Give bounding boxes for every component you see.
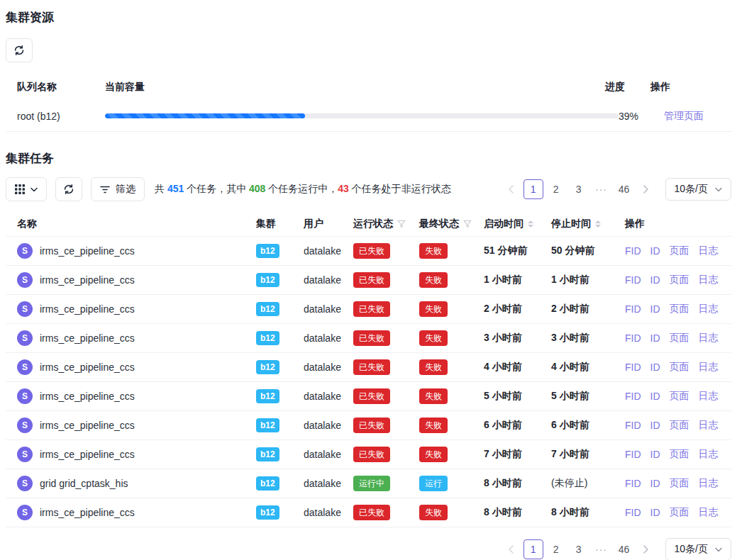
pagination-page-46[interactable]: 46 [614,179,634,199]
row-action-link[interactable]: 日志 [699,419,719,432]
row-action-link[interactable]: 日志 [699,448,719,461]
columns-button[interactable] [6,177,47,201]
row-action-link[interactable]: 日志 [699,332,719,345]
pagination-prev[interactable] [502,539,521,559]
row-action-link[interactable]: FID [625,420,641,431]
table-row: S irms_ce_pipeline_ccs b12 datalake 已失败 … [6,411,731,440]
run-status-badge: 已失败 [353,272,390,288]
row-action-link[interactable]: ID [650,274,660,286]
row-action-link[interactable]: ID [650,507,660,518]
row-action-link[interactable]: FID [625,507,641,518]
start-time: 8 小时前 [484,477,551,490]
final-status-badge: 失败 [419,388,448,404]
grid-icon [15,184,25,194]
row-action-link[interactable]: 日志 [699,477,719,490]
table-row: S irms_ce_pipeline_ccs b12 datalake 已失败 … [6,266,731,295]
row-action-link[interactable]: 日志 [699,303,719,315]
resources-title: 集群资源 [6,0,731,25]
chevron-down-icon [715,547,722,552]
stop-time: 3 小时前 [551,332,625,345]
page-size-select[interactable]: 10条/页 [665,178,731,201]
row-action-link[interactable]: 页面 [670,477,689,490]
row-action-link[interactable]: ID [650,449,660,460]
page-size-select[interactable]: 10条/页 [665,538,731,560]
row-action-link[interactable]: FID [625,245,641,257]
row-action-link[interactable]: 日志 [699,390,719,403]
row-action-link[interactable]: 页面 [670,361,689,374]
user-name: datalake [304,420,353,431]
task-summary: 共 451 个任务，其中 408 个任务运行中，43 个任务处于非运行状态 [155,183,451,196]
row-action-link[interactable]: 日志 [699,274,719,286]
row-action-link[interactable]: FID [625,332,641,344]
pagination-page-3[interactable]: 3 [569,539,589,559]
row-action-link[interactable]: 日志 [699,506,719,519]
row-action-link[interactable]: ID [650,478,660,489]
row-action-link[interactable]: FID [625,274,641,286]
row-action-link[interactable]: FID [625,303,641,315]
row-action-link[interactable]: 页面 [670,419,689,432]
run-status-badge: 已失败 [353,388,390,404]
row-action-link[interactable]: 页面 [670,274,689,286]
row-action-link[interactable]: 日志 [699,361,719,374]
run-status-badge: 已失败 [353,330,390,346]
task-name: irms_ce_pipeline_ccs [40,507,135,518]
refresh-icon [63,184,74,195]
col-cluster: 集群 [256,218,304,230]
summary-text: 个任务，其中 [184,183,249,194]
user-name: datalake [304,507,353,518]
pagination: 123···46 [502,179,655,199]
capacity-progress-bar [105,113,619,118]
pagination-page-1[interactable]: 1 [523,539,543,559]
row-actions: FIDID页面日志 [625,332,731,345]
row-action-link[interactable]: ID [650,420,660,431]
stop-time: 8 小时前 [551,506,625,519]
tasks-table-body: S irms_ce_pipeline_ccs b12 datalake 已失败 … [6,237,731,527]
row-action-link[interactable]: ID [650,362,660,373]
bottom-pagination-bar: 123···46 10条/页 [6,538,731,560]
row-action-link[interactable]: ID [650,303,660,315]
row-action-link[interactable]: 页面 [670,245,689,257]
row-action-link[interactable]: 页面 [670,332,689,345]
pagination-next[interactable] [637,179,655,199]
pagination-page-2[interactable]: 2 [546,539,566,559]
start-time: 2 小时前 [484,303,551,315]
final-status-badge: 失败 [419,447,448,462]
resources-refresh-button[interactable] [6,38,33,62]
row-action-link[interactable]: FID [625,478,641,489]
row-action-link[interactable]: 日志 [699,245,719,257]
user-name: datalake [304,391,353,402]
funnel-filter-icon[interactable] [397,220,406,228]
row-action-link[interactable]: ID [650,332,660,344]
manage-page-link[interactable]: 管理页面 [664,110,704,121]
row-action-link[interactable]: FID [625,362,641,373]
pagination-next[interactable] [637,539,655,559]
pagination-page-3[interactable]: 3 [569,179,589,199]
pagination-page-46[interactable]: 46 [614,539,634,559]
cluster-tag: b12 [256,244,279,258]
row-action-link[interactable]: 页面 [670,448,689,461]
tasks-refresh-button[interactable] [55,177,82,201]
pagination-page-1[interactable]: 1 [523,179,543,199]
start-time: 5 小时前 [484,390,551,403]
run-status-badge: 已失败 [353,447,390,462]
pagination-page-2[interactable]: 2 [546,179,566,199]
row-action-link[interactable]: 页面 [670,390,689,403]
col-name: 名称 [17,218,256,230]
pagination-ellipsis[interactable]: ··· [592,544,611,555]
pagination-ellipsis[interactable]: ··· [592,184,611,195]
funnel-filter-icon[interactable] [463,220,472,228]
stop-time: 2 小时前 [551,303,625,315]
sort-icon[interactable] [528,220,533,228]
row-action-link[interactable]: FID [625,391,641,402]
row-action-link[interactable]: ID [650,245,660,257]
col-stop-time: 停止时间 [551,218,625,230]
row-action-link[interactable]: ID [650,391,660,402]
sort-icon[interactable] [595,220,601,228]
pagination-prev[interactable] [502,179,521,199]
col-user: 用户 [304,218,353,230]
row-action-link[interactable]: FID [625,449,641,460]
run-status-badge: 已失败 [353,301,390,317]
row-action-link[interactable]: 页面 [670,303,689,315]
row-action-link[interactable]: 页面 [670,506,689,519]
filter-button[interactable]: 筛选 [91,177,145,201]
